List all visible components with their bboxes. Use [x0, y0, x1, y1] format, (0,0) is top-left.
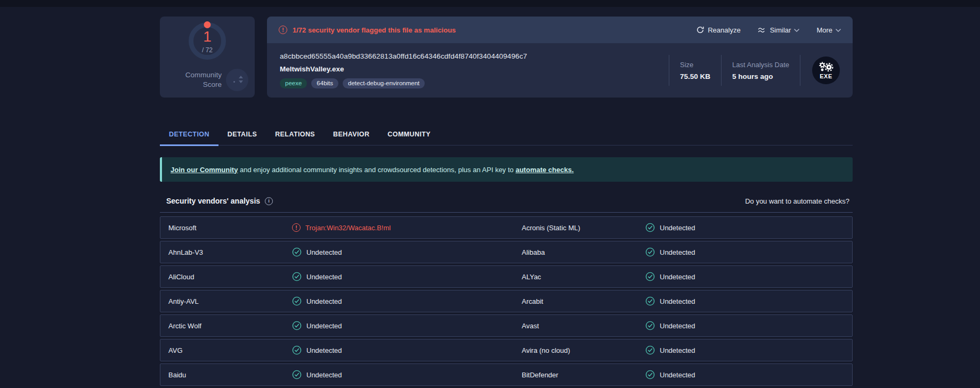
alert-message: 1/72 security vendor flagged this file a…	[293, 26, 456, 34]
detection-result-text: Undetected	[660, 273, 695, 281]
check-circle-icon	[645, 345, 655, 355]
refresh-icon	[696, 26, 704, 34]
detection-result-text: Undetected	[660, 346, 695, 354]
detection-result-text: Trojan:Win32/Wacatac.B!ml	[305, 224, 391, 232]
vendor-row: AliCloudUndetectedALYacUndetected	[160, 265, 853, 288]
exe-badge-text: EXE	[820, 74, 832, 79]
file-tag-64bits[interactable]: 64bits	[311, 78, 338, 88]
gears-icon	[817, 61, 835, 73]
check-circle-icon	[292, 370, 302, 379]
vendor-name: Baidu	[161, 371, 292, 379]
detection-result-text: Undetected	[660, 297, 695, 305]
detection-result-text: Undetected	[660, 248, 695, 256]
check-circle-icon	[645, 296, 655, 306]
join-community-link[interactable]: Join our Community	[171, 166, 238, 174]
vote-widget[interactable]	[226, 69, 248, 91]
vote-down-icon[interactable]	[239, 80, 243, 83]
detection-dot	[204, 21, 211, 28]
vendor-name: Avira (no cloud)	[515, 346, 645, 354]
detection-result-text: Undetected	[306, 371, 342, 379]
check-circle-icon	[645, 321, 655, 330]
vendor-name: Arctic Wolf	[161, 322, 292, 330]
vendors-analysis-title: Security vendors' analysis	[166, 197, 260, 205]
detection-result: Undetected	[645, 321, 695, 330]
vendor-name: BitDefender	[515, 371, 645, 379]
alert-circle-icon	[279, 26, 287, 34]
vendor-name: Acronis (Static ML)	[515, 224, 645, 232]
similar-waves-icon	[758, 27, 766, 34]
tab-relations[interactable]: RELATIONS	[266, 131, 324, 146]
vendors-analysis-header: Security vendors' analysis Do you want t…	[160, 190, 853, 213]
chevron-down-icon	[794, 29, 799, 32]
size-value: 75.50 KB	[680, 72, 710, 80]
top-header-strip	[0, 0, 980, 7]
report-content: 1 / 72 Community Score 1/72 security ven…	[160, 17, 853, 388]
community-score-card: 1 / 72 Community Score	[160, 17, 255, 98]
detection-result: Trojan:Win32/Wacatac.B!ml	[292, 223, 391, 232]
check-circle-icon	[292, 321, 302, 330]
tab-details[interactable]: DETAILS	[218, 131, 266, 146]
detection-result-text: Undetected	[306, 248, 342, 256]
detection-result-text: Undetected	[660, 322, 695, 330]
check-circle-icon	[645, 370, 655, 379]
vote-up-icon[interactable]	[239, 76, 243, 78]
tab-community[interactable]: COMMUNITY	[378, 131, 440, 146]
detection-result-text: Undetected	[306, 273, 342, 281]
check-circle-icon	[292, 272, 302, 281]
detection-result-text: Undetected	[306, 297, 342, 305]
check-circle-icon	[292, 345, 302, 355]
alert-circle-icon	[292, 223, 301, 232]
detection-result: Undetected	[292, 296, 342, 306]
vendor-row: MicrosoftTrojan:Win32/Wacatac.B!mlAcroni…	[160, 216, 853, 239]
tab-behavior[interactable]: BEHAVIOR	[324, 131, 378, 146]
chevron-down-icon	[836, 29, 841, 32]
reanalyze-button[interactable]: Reanalyze	[696, 26, 740, 34]
check-circle-icon	[645, 223, 655, 232]
community-score-label: Community Score	[177, 70, 222, 89]
divider	[800, 55, 800, 86]
detection-score-donut: 1 / 72	[189, 22, 226, 60]
detection-result: Undetected	[645, 247, 695, 257]
file-tag-detect-debug-environment[interactable]: detect-debug-environment	[343, 78, 425, 88]
tab-detection[interactable]: DETECTION	[160, 131, 218, 146]
more-button[interactable]: More	[816, 26, 841, 34]
banner-text: and enjoy additional community insights …	[238, 166, 515, 174]
community-promo-banner: Join our Community and enjoy additional …	[160, 157, 853, 182]
automate-checks-question: Do you want to automate checks?	[745, 197, 849, 205]
vendor-name: AhnLab-V3	[161, 248, 292, 256]
vendor-name: AVG	[161, 346, 292, 354]
file-tag-peexe[interactable]: peexe	[280, 78, 307, 88]
automate-checks-link[interactable]: automate checks.	[515, 166, 573, 174]
info-icon[interactable]	[265, 197, 273, 205]
detection-result-text: Undetected	[306, 322, 342, 330]
check-circle-icon	[292, 296, 302, 306]
detection-result-text: Undetected	[660, 224, 695, 232]
detection-result: Undetected	[645, 272, 695, 281]
check-circle-icon	[645, 272, 655, 281]
detection-result: Undetected	[292, 345, 342, 355]
vendor-row: BaiduUndetectedBitDefenderUndetected	[160, 363, 853, 386]
detection-result: Undetected	[292, 247, 342, 257]
detection-result: Undetected	[645, 223, 695, 232]
file-name: MeltwishValley.exe	[280, 65, 527, 73]
detection-result-text: Undetected	[660, 371, 695, 379]
similar-button[interactable]: Similar	[758, 26, 800, 34]
detection-result: Undetected	[645, 296, 695, 306]
file-type-exe-icon: EXE	[812, 56, 840, 84]
report-tabs: DETECTIONDETAILSRELATIONSBEHAVIORCOMMUNI…	[160, 131, 853, 146]
file-report-card: 1/72 security vendor flagged this file a…	[267, 17, 853, 98]
detection-result: Undetected	[292, 370, 342, 379]
vendor-name: Avast	[515, 322, 645, 330]
check-circle-icon	[645, 247, 655, 257]
detection-alert-bar: 1/72 security vendor flagged this file a…	[267, 17, 853, 43]
detection-result: Undetected	[645, 345, 695, 355]
detections-count: 1	[203, 29, 212, 44]
vendors-analysis-table: MicrosoftTrojan:Win32/Wacatac.B!mlAcroni…	[160, 216, 853, 388]
vendor-name: ALYac	[515, 273, 645, 281]
file-sha256-hash: a8cbbced65555a40a9bd33662813a0ffd16c6434…	[280, 52, 527, 60]
file-size-block: Size 75.50 KB	[669, 61, 721, 80]
vendor-name: AliCloud	[161, 273, 292, 281]
last-analysis-label: Last Analysis Date	[732, 61, 789, 69]
vendor-row: Arctic WolfUndetectedAvastUndetected	[160, 314, 853, 337]
vendor-row: AhnLab-V3UndetectedAlibabaUndetected	[160, 241, 853, 263]
